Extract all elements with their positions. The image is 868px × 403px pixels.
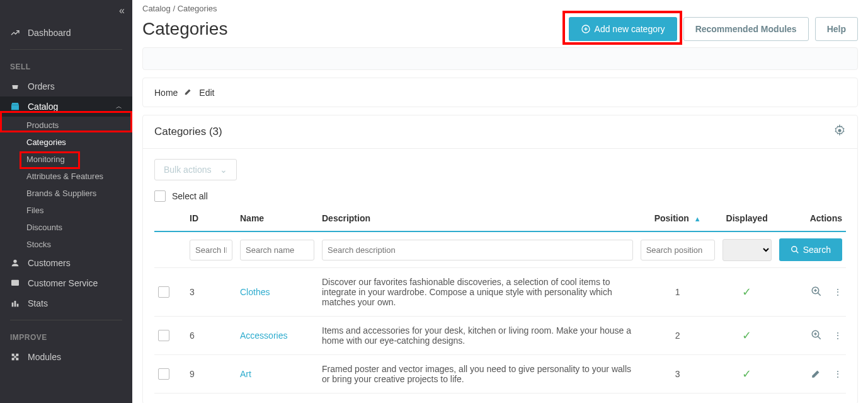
row-position: 1 (637, 268, 719, 317)
subnav-stocks[interactable]: Stocks (26, 236, 132, 253)
col-position[interactable]: Position ▲ (637, 208, 719, 231)
svg-line-17 (818, 336, 821, 339)
subnav-discounts[interactable]: Discounts (26, 219, 132, 236)
button-label: Recommended Modules (695, 24, 797, 34)
table-row: 9ArtFramed poster and vector images, all… (154, 355, 846, 394)
svg-rect-2 (11, 280, 19, 286)
sidebar-item-label: Modules (28, 352, 61, 362)
help-button[interactable]: Help (815, 17, 858, 41)
category-path-panel: Home Edit (142, 78, 858, 107)
sidebar-item-customer-service[interactable]: Customer Service (0, 273, 132, 293)
path-edit[interactable]: Edit (199, 88, 214, 98)
add-new-category-button[interactable]: Add new category (569, 17, 677, 41)
table-row: 3ClothesDiscover our favorites fashionab… (154, 268, 846, 317)
collapse-sidebar-icon[interactable]: « (119, 5, 125, 16)
select-all-label: Select all (172, 191, 208, 201)
more-actions-icon[interactable]: ⋮ (833, 287, 842, 297)
col-actions: Actions (775, 208, 846, 231)
search-description-input[interactable] (322, 240, 633, 260)
subnav-brands[interactable]: Brands & Suppliers (26, 185, 132, 202)
check-icon: ✓ (742, 329, 751, 342)
row-id: 3 (186, 268, 236, 317)
row-name-link[interactable]: Clothes (240, 287, 270, 297)
col-description[interactable]: Description (318, 208, 637, 231)
row-description: Framed poster and vector images, all you… (318, 355, 637, 394)
search-position-input[interactable] (641, 240, 715, 260)
page-title: Categories (142, 19, 227, 39)
search-name-input[interactable] (240, 240, 314, 260)
basket-icon (10, 81, 21, 91)
bulk-actions-label: Bulk actions (164, 165, 211, 175)
search-id-input[interactable] (190, 240, 232, 260)
sidebar-item-stats[interactable]: Stats (0, 293, 132, 313)
puzzle-icon (10, 352, 21, 362)
catalog-subnav: Products Categories Monitoring Attribute… (0, 117, 132, 253)
svg-rect-0 (11, 105, 19, 110)
bulk-actions-dropdown[interactable]: Bulk actions ⌄ (154, 159, 237, 180)
path-home[interactable]: Home (154, 88, 178, 98)
svg-line-13 (818, 293, 821, 296)
col-displayed[interactable]: Displayed (719, 208, 775, 231)
main-content: Catalog / Categories Categories Add new … (132, 0, 868, 403)
subnav-attributes[interactable]: Attributes & Features (26, 168, 132, 185)
zoom-in-icon[interactable] (811, 329, 822, 342)
col-id[interactable]: ID (186, 208, 236, 231)
sidebar-section-sell: SELL (0, 56, 132, 76)
row-description: Discover our favorites fashionable disco… (318, 268, 637, 317)
subnav-files[interactable]: Files (26, 202, 132, 219)
chat-icon (10, 278, 21, 288)
row-position: 2 (637, 317, 719, 355)
trending-up-icon (10, 28, 21, 38)
row-id: 9 (186, 355, 236, 394)
edit-icon[interactable] (811, 368, 822, 381)
plus-circle-icon (581, 24, 591, 34)
row-name-link[interactable]: Art (240, 369, 251, 379)
recommended-modules-button[interactable]: Recommended Modules (683, 17, 809, 41)
subnav-categories[interactable]: Categories (26, 134, 132, 151)
sidebar-item-orders[interactable]: Orders (0, 76, 132, 96)
svg-point-1 (13, 260, 16, 263)
categories-table-panel: Categories (3) Bulk actions ⌄ Select all (142, 115, 858, 403)
displayed-filter-select[interactable] (722, 239, 772, 261)
sidebar-section-improve: IMPROVE (0, 327, 132, 347)
row-checkbox[interactable] (158, 330, 169, 341)
search-icon (791, 245, 799, 254)
svg-rect-5 (17, 304, 19, 307)
row-description: Items and accessories for your desk, kit… (318, 317, 637, 355)
divider (10, 49, 122, 50)
sidebar-item-modules[interactable]: Modules (0, 347, 132, 367)
sidebar-item-customers[interactable]: Customers (0, 253, 132, 273)
select-all-row: Select all (154, 190, 846, 202)
row-checkbox[interactable] (158, 286, 169, 298)
pencil-icon[interactable] (184, 87, 193, 98)
row-checkbox[interactable] (158, 368, 169, 380)
search-button[interactable]: Search (779, 238, 842, 261)
col-name[interactable]: Name (236, 208, 318, 231)
subnav-products[interactable]: Products (26, 117, 132, 134)
sidebar-item-dashboard[interactable]: Dashboard (0, 23, 132, 43)
page-header: Categories Add new category Recommended … (142, 17, 858, 41)
zoom-in-icon[interactable] (811, 286, 822, 299)
store-icon (10, 102, 21, 112)
row-position: 3 (637, 355, 719, 394)
sidebar-item-label: Catalog (28, 102, 58, 112)
more-actions-icon[interactable]: ⋮ (833, 369, 842, 379)
sidebar-item-label: Customers (28, 258, 71, 268)
chevron-down-icon: ⌄ (220, 165, 227, 175)
button-label: Help (827, 24, 846, 34)
table-title: Categories (3) (154, 126, 222, 138)
svg-line-11 (796, 251, 798, 254)
sort-asc-icon: ▲ (694, 215, 701, 223)
gear-icon[interactable] (833, 124, 846, 139)
more-actions-icon[interactable]: ⋮ (833, 330, 842, 341)
subnav-monitoring[interactable]: Monitoring (26, 151, 132, 168)
select-all-checkbox[interactable] (154, 190, 166, 202)
sidebar-item-catalog[interactable]: Catalog ︿ (0, 96, 132, 117)
user-icon (10, 258, 21, 268)
button-label: Search (803, 245, 831, 255)
svg-point-9 (838, 129, 842, 132)
chevron-up-icon: ︿ (116, 102, 122, 111)
sidebar: « Dashboard SELL Orders Catalog ︿ Produc… (0, 0, 132, 403)
row-name-link[interactable]: Accessories (240, 330, 287, 341)
table-row: 6AccessoriesItems and accessories for yo… (154, 317, 846, 355)
